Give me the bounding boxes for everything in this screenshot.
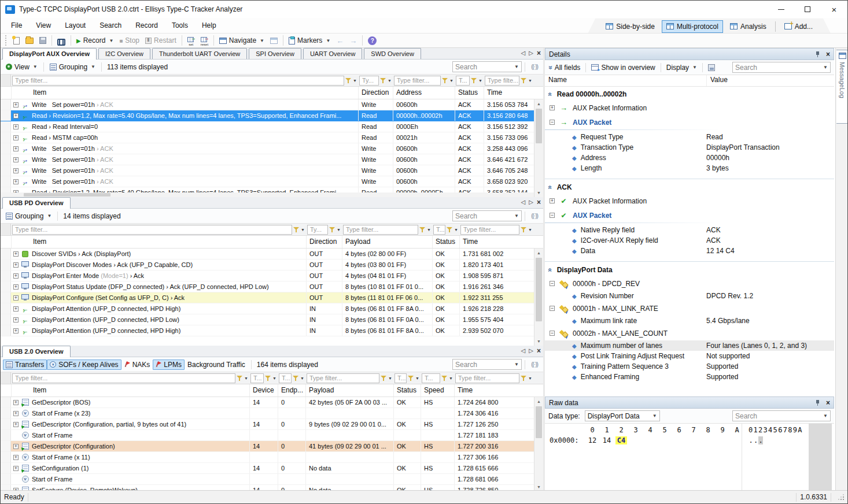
save-button[interactable] <box>36 36 49 45</box>
column-header-endp[interactable]: Endp... <box>278 384 305 396</box>
details-field-row[interactable]: ◆Maximum number of lanesFour lanes (Lane… <box>545 340 834 351</box>
type-filter-input[interactable]: Type filter... <box>394 76 441 86</box>
grouping-button[interactable]: Grouping▼ <box>47 62 98 72</box>
expand-icon[interactable]: + <box>13 273 19 279</box>
table-row[interactable]: +←DisplayPort Attention (UFP_D connected… <box>1 314 543 325</box>
ascii-char[interactable]: . <box>754 436 758 444</box>
filter-funnel-icon[interactable] <box>293 375 299 381</box>
maximize-button[interactable] <box>794 1 821 18</box>
details-group-row[interactable]: +✔AUX Packet Information <box>545 194 834 208</box>
column-header-time[interactable]: Time <box>484 87 533 99</box>
hex-byte[interactable]: C4 <box>615 436 627 444</box>
table-row[interactable]: +→Write Set power=01h › ACKWrite00600hAC… <box>1 154 543 165</box>
details-search-input[interactable]: Search ▼ <box>732 62 831 73</box>
messagelog-tab[interactable]: MessageLog <box>836 50 848 124</box>
column-header-item[interactable]: Item <box>11 384 249 396</box>
column-header-time[interactable]: Time <box>459 236 533 248</box>
details-field-row[interactable]: ◆Length3 bytes <box>545 163 834 173</box>
close-button[interactable]: × <box>821 1 847 18</box>
filter-funnel-icon[interactable] <box>521 77 527 84</box>
table-row[interactable]: +DisplayPort Status Update (DFP_D connec… <box>1 281 543 292</box>
filter-funnel-icon[interactable] <box>419 227 426 233</box>
type-filter-input[interactable]: Type filter... <box>12 76 344 86</box>
next-marker-button[interactable]: → <box>346 35 360 46</box>
filter-funnel-icon[interactable] <box>265 375 271 381</box>
ascii-char[interactable]: . <box>758 436 763 444</box>
raw-pin-icon[interactable] <box>815 399 820 406</box>
scroll-up-icon[interactable]: ▲ <box>534 249 543 257</box>
filter-funnel-icon[interactable] <box>441 375 448 381</box>
display-button[interactable]: Display <box>666 64 689 72</box>
previous-marker-button[interactable]: ← <box>333 35 346 46</box>
table-row[interactable]: +DisplayPort Enter Mode (Mode=1) › AckOU… <box>1 270 543 281</box>
stop-button[interactable]: ■Stop <box>116 35 142 46</box>
column-header-payload[interactable]: Payload <box>305 384 393 396</box>
column-header-status[interactable]: Status <box>455 87 484 99</box>
scroll-tabs-left-icon[interactable]: ◁ <box>521 50 526 56</box>
sync-selection-icon[interactable]: ((·)) <box>529 213 540 219</box>
column-header-status[interactable]: Status <box>432 236 459 248</box>
find-button[interactable] <box>54 36 68 45</box>
details-field-row[interactable]: ◆Enhanced FramingSupported <box>545 372 834 382</box>
group-expand-icon[interactable]: − <box>550 331 555 336</box>
column-header-time[interactable]: Time <box>454 384 533 396</box>
vertical-scrollbar[interactable]: ▲▼ <box>534 249 543 346</box>
raw-search-input[interactable]: Search ▼ <box>732 410 831 421</box>
panel-close-icon[interactable]: × <box>537 199 541 205</box>
reset-trigger-button[interactable]: →reset <box>198 36 211 45</box>
vertical-scrollbar[interactable]: ▲▼ <box>534 397 543 491</box>
layout-button-analysis[interactable]: Analysis <box>725 20 771 33</box>
hex-byte[interactable]: 12 <box>587 436 598 444</box>
details-section-header[interactable]: «ACK <box>545 181 834 194</box>
filter-dropdown-icon[interactable]: ▼ <box>528 228 532 232</box>
filter-dropdown-icon[interactable]: ▼ <box>449 79 454 83</box>
menu-layout[interactable]: Layout <box>58 19 93 32</box>
type-filter-input[interactable]: Type filter... <box>12 225 292 235</box>
expand-icon[interactable]: + <box>13 411 19 416</box>
details-close-icon[interactable]: × <box>826 51 830 57</box>
expand-icon[interactable]: + <box>13 124 19 129</box>
tab-i2c-overview[interactable]: I2C Overview <box>98 48 150 59</box>
filter-button-background-traffic[interactable]: Background Traffic <box>185 360 248 370</box>
details-field-row[interactable]: ◆Transaction TypeDisplayPort Transaction <box>545 142 834 153</box>
table-row[interactable]: +→Write Set power=01h › ACKWrite00600hAC… <box>1 165 543 176</box>
details-section-header[interactable]: «DisplayPort Data <box>545 264 834 276</box>
filter-funnel-icon[interactable] <box>471 77 477 84</box>
navigate-button[interactable]: Navigate▼ <box>216 35 267 46</box>
details-group-row[interactable]: −00002h - MAX_LANE_COUNT <box>545 326 834 340</box>
grouping-button[interactable]: Grouping▼ <box>3 211 54 221</box>
restart-button[interactable]: Restart <box>142 35 179 46</box>
details-group-row[interactable]: −00000h - DPCD_REV <box>545 276 834 291</box>
column-header-item[interactable]: Item <box>11 236 306 248</box>
open-button[interactable] <box>23 36 36 45</box>
filter-funnel-icon[interactable] <box>237 375 243 381</box>
hscrollbar-thumb[interactable] <box>24 193 110 197</box>
column-header-payload[interactable]: Payload <box>342 236 432 248</box>
expand-icon[interactable]: + <box>13 284 19 290</box>
set-trigger-button[interactable]: →set <box>185 36 198 45</box>
scrollbar-thumb[interactable] <box>536 109 542 143</box>
menu-help[interactable]: Help <box>195 19 223 32</box>
vertical-scrollbar[interactable]: ▲▼ <box>534 99 543 197</box>
menu-search[interactable]: Search <box>93 19 128 32</box>
tab-spi-overview[interactable]: SPI Overview <box>249 48 301 59</box>
layout-button-side-by-side[interactable]: Side-by-side <box>601 20 659 33</box>
panel-close-icon[interactable]: × <box>537 50 541 56</box>
expand-icon[interactable]: + <box>13 146 19 151</box>
group-expand-icon[interactable]: − <box>550 120 555 125</box>
expand-icon[interactable]: + <box>13 444 19 449</box>
table-row[interactable]: +SetConfiguration (1)140No dataOKHS1.728… <box>1 463 543 474</box>
table-row[interactable]: +←Read › Read Interval=0Read0000EhACK3.1… <box>1 121 543 132</box>
filter-dropdown-icon[interactable]: ▼ <box>528 376 532 380</box>
export-view-button[interactable] <box>267 36 281 45</box>
details-group-row[interactable]: −→AUX Packet <box>545 115 834 129</box>
details-field-row[interactable]: ◆Post Link Training Adjust RequestNot su… <box>545 351 834 361</box>
expand-icon[interactable]: + <box>13 113 19 118</box>
details-name-column[interactable]: Name <box>545 75 706 86</box>
scroll-down-icon[interactable]: ▼ <box>534 337 543 346</box>
toolbar-grip[interactable] <box>5 35 8 46</box>
menu-file[interactable]: File <box>4 19 29 32</box>
new-file-button[interactable] <box>10 36 23 46</box>
details-field-row[interactable]: ◆Address00000h <box>545 153 834 163</box>
horizontal-scrollbar[interactable] <box>1 192 534 197</box>
